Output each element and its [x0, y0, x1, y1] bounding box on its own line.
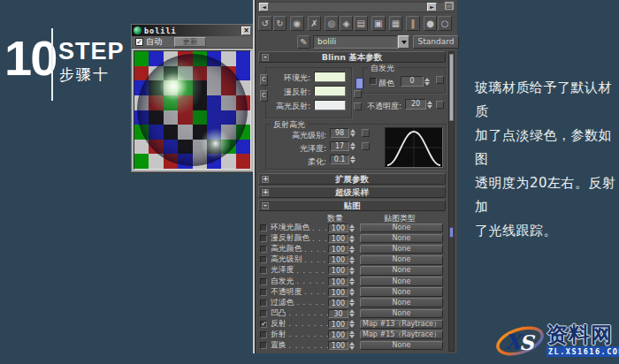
opacity-value[interactable]: 20 — [405, 99, 426, 110]
map-enable-checkbox[interactable] — [260, 267, 267, 274]
spinner-arrows[interactable] — [350, 129, 355, 137]
map-amount-value[interactable]: 100 — [328, 288, 348, 297]
map-type-button[interactable]: None — [360, 298, 443, 307]
map-amount-value[interactable]: 100 — [328, 255, 348, 264]
map-amount-spinner[interactable]: 100 — [328, 341, 355, 350]
rollout-blinn-basic[interactable]: - Blinn 基本参数 — [258, 51, 446, 63]
close-icon[interactable]: × — [241, 27, 251, 35]
scrollbar-thumb[interactable] — [449, 54, 454, 121]
spinner-arrows[interactable] — [349, 256, 355, 264]
specular-color-swatch[interactable] — [314, 100, 346, 110]
map-amount-spinner[interactable]: 100 — [328, 320, 355, 329]
spinner-arrows[interactable] — [349, 330, 355, 338]
soften-value[interactable]: 0.1 — [330, 155, 349, 164]
show-end-result-icon[interactable]: ‖ — [406, 16, 420, 31]
spinner-arrows[interactable] — [349, 288, 355, 296]
update-button[interactable]: 更新 — [174, 37, 206, 47]
map-amount-value[interactable]: 100 — [328, 245, 348, 254]
specular-level-spinner[interactable]: 98 — [330, 128, 355, 138]
rollout-supersampling[interactable]: + 超级采样 — [258, 186, 446, 198]
spinner-arrows[interactable] — [349, 224, 355, 232]
map-amount-spinner[interactable]: 100 — [328, 277, 355, 286]
put-to-scene-icon[interactable]: ↻ — [273, 16, 287, 31]
spinner-arrows[interactable] — [349, 320, 355, 328]
self-illumination-spinner[interactable]: 0 — [401, 76, 430, 87]
scroll-left-icon[interactable]: ◄ — [259, 3, 269, 11]
glossiness-value[interactable]: 17 — [330, 141, 349, 151]
map-enable-checkbox[interactable] — [260, 235, 267, 242]
map-enable-checkbox[interactable] — [260, 310, 267, 317]
auto-checkbox[interactable]: ✓ — [135, 38, 143, 46]
map-amount-spinner[interactable]: 100 — [328, 224, 355, 232]
spinner-arrows[interactable] — [349, 299, 355, 307]
map-amount-spinner[interactable]: 30 — [328, 309, 355, 318]
self-illumination-color-checkbox[interactable] — [370, 78, 377, 85]
map-type-button[interactable]: Map #15（Raytrace） — [360, 330, 443, 340]
map-amount-value[interactable]: 100 — [328, 299, 348, 307]
map-enable-checkbox[interactable] — [260, 342, 267, 349]
map-amount-spinner[interactable]: 100 — [328, 245, 355, 254]
map-enable-checkbox[interactable] — [260, 289, 267, 296]
scrollbar-marker[interactable] — [449, 227, 454, 238]
go-forward-icon[interactable]: ○ — [438, 16, 452, 31]
map-amount-spinner[interactable]: 100 — [328, 266, 355, 275]
map-type-button[interactable]: None — [360, 234, 443, 244]
pick-material-eyedropper-icon[interactable]: ✎ — [297, 35, 310, 49]
spinner-arrows[interactable] — [427, 101, 432, 109]
map-amount-value[interactable]: 30 — [328, 309, 348, 318]
spinner-arrows[interactable] — [349, 235, 355, 243]
spinner-arrows[interactable] — [349, 342, 355, 350]
map-type-button[interactable]: Map #13（Raytrace） — [360, 320, 443, 330]
map-type-button[interactable]: None — [360, 277, 443, 286]
go-to-parent-icon[interactable]: ● — [424, 16, 438, 31]
opacity-map-shortcut-button[interactable] — [436, 101, 444, 109]
specular-level-value[interactable]: 98 — [330, 128, 349, 138]
glossiness-spinner[interactable]: 17 — [330, 141, 355, 151]
lock-ambient-diffuse-button[interactable]: C — [260, 74, 268, 86]
specular-level-map-shortcut-button[interactable] — [362, 129, 370, 137]
make-unique-icon[interactable]: ◈ — [340, 16, 354, 31]
rollout-extended-params[interactable]: + 扩展参数 — [258, 173, 446, 185]
spinner-arrows[interactable] — [350, 155, 355, 163]
map-amount-spinner[interactable]: 100 — [328, 299, 355, 307]
opacity-spinner[interactable]: 20 — [405, 99, 432, 110]
map-amount-value[interactable]: 100 — [328, 330, 348, 339]
spinner-arrows[interactable] — [350, 142, 355, 150]
put-to-library-icon[interactable]: ▤ — [354, 16, 368, 31]
material-name-field[interactable]: bolili — [313, 35, 398, 49]
map-enable-checkbox[interactable]: ✓ — [260, 321, 267, 328]
map-enable-checkbox[interactable] — [260, 246, 267, 253]
material-type-button[interactable]: Standard — [413, 35, 459, 49]
collapse-icon[interactable]: - — [262, 202, 269, 209]
map-amount-spinner[interactable]: 100 — [328, 288, 355, 297]
soften-spinner[interactable]: 0.1 — [330, 155, 355, 164]
expand-icon[interactable]: + — [262, 176, 269, 183]
get-material-icon[interactable]: ↺ — [258, 16, 272, 31]
self-illumination-value[interactable]: 0 — [401, 76, 424, 87]
map-enable-checkbox[interactable] — [260, 224, 267, 231]
scroll-right-icon[interactable]: ► — [427, 3, 437, 11]
diffuse-color-swatch[interactable] — [314, 86, 346, 96]
spinner-arrows[interactable] — [349, 267, 355, 275]
map-amount-spinner[interactable]: 100 — [328, 330, 355, 339]
map-amount-value[interactable]: 100 — [328, 234, 348, 243]
map-enable-checkbox[interactable] — [260, 278, 267, 285]
spinner-arrows[interactable] — [349, 277, 355, 285]
make-copy-icon[interactable]: ◎ — [325, 16, 339, 31]
map-amount-value[interactable]: 100 — [328, 224, 348, 232]
diffuse-map-shortcut-button[interactable] — [354, 90, 362, 98]
map-type-button[interactable]: None — [360, 309, 443, 319]
rollout-maps[interactable]: - 贴图 — [258, 200, 446, 211]
glossiness-map-shortcut-button[interactable] — [362, 142, 370, 150]
map-type-button[interactable]: None — [360, 287, 443, 297]
map-amount-value[interactable]: 100 — [328, 266, 348, 275]
panel-scrollbar[interactable] — [448, 51, 455, 352]
material-id-channel-icon[interactable]: ▣ — [371, 16, 386, 31]
assign-to-selection-icon[interactable]: ◉ — [290, 16, 304, 31]
expand-icon[interactable]: + — [262, 189, 269, 196]
map-enable-checkbox[interactable] — [260, 331, 267, 338]
map-type-button[interactable]: None — [360, 245, 443, 254]
sample-window-icon[interactable]: ▨ — [444, 1, 455, 11]
spinner-arrows[interactable] — [349, 309, 355, 317]
spinner-arrows[interactable] — [349, 246, 355, 254]
